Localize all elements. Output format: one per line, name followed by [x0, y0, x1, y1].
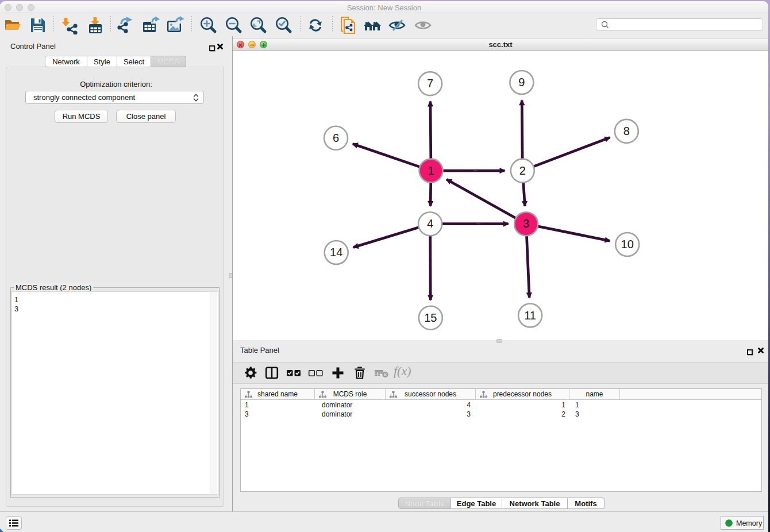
svg-text:6: 6 [333, 132, 339, 144]
svg-text:15: 15 [424, 311, 437, 324]
svg-text:4: 4 [427, 217, 433, 230]
svg-text:8: 8 [623, 125, 630, 137]
svg-text:9: 9 [518, 76, 525, 88]
svg-text:11: 11 [524, 309, 536, 322]
svg-text:1: 1 [428, 164, 434, 177]
svg-text:7: 7 [427, 77, 433, 90]
svg-text:10: 10 [621, 238, 634, 250]
svg-text:3: 3 [523, 217, 529, 230]
svg-text:14: 14 [330, 246, 342, 259]
svg-text:2: 2 [519, 164, 526, 177]
